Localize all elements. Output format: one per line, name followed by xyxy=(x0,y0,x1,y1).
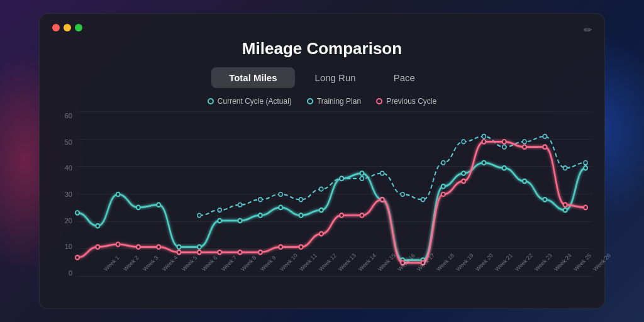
svg-point-55 xyxy=(258,250,262,255)
minimize-button[interactable] xyxy=(64,24,71,31)
chart-legend: Current Cycle (Actual) Training Plan Pre… xyxy=(52,97,592,106)
edit-icon[interactable]: ✏ xyxy=(584,24,592,36)
y-label-0: 0 xyxy=(52,269,72,277)
legend-dot-training xyxy=(307,98,313,104)
legend-training-plan: Training Plan xyxy=(307,97,361,106)
svg-point-57 xyxy=(299,245,303,249)
svg-point-40 xyxy=(482,135,486,139)
svg-point-41 xyxy=(502,145,506,149)
outer-background: ✏ Mileage Comparison Total Miles Long Ru… xyxy=(0,0,644,322)
y-label-50: 50 xyxy=(52,138,72,146)
svg-point-48 xyxy=(116,242,120,247)
svg-point-26 xyxy=(197,213,201,218)
y-label-20: 20 xyxy=(52,217,72,225)
svg-point-35 xyxy=(380,171,384,175)
svg-point-22 xyxy=(523,179,526,184)
svg-point-6 xyxy=(197,245,201,249)
svg-point-69 xyxy=(543,145,547,149)
legend-current-cycle: Current Cycle (Actual) xyxy=(208,97,292,106)
svg-point-28 xyxy=(238,203,242,207)
svg-point-61 xyxy=(380,197,384,202)
svg-point-67 xyxy=(502,140,506,144)
svg-point-9 xyxy=(258,213,262,218)
svg-point-66 xyxy=(482,140,486,144)
app-window: ✏ Mileage Comparison Total Miles Long Ru… xyxy=(39,13,605,309)
svg-point-4 xyxy=(157,203,160,207)
svg-point-64 xyxy=(441,192,445,197)
svg-point-25 xyxy=(584,166,587,170)
svg-point-36 xyxy=(401,192,404,197)
svg-point-11 xyxy=(299,213,303,218)
y-label-30: 30 xyxy=(52,191,72,198)
y-label-10: 10 xyxy=(52,243,72,250)
legend-dot-current xyxy=(208,98,214,104)
svg-point-21 xyxy=(502,166,506,170)
legend-label-training: Training Plan xyxy=(317,97,361,106)
svg-point-0 xyxy=(75,211,79,215)
svg-point-3 xyxy=(136,206,140,210)
svg-point-23 xyxy=(543,197,547,202)
svg-point-34 xyxy=(360,177,364,181)
svg-point-24 xyxy=(564,208,567,213)
legend-label-current: Current Cycle (Actual) xyxy=(218,97,292,106)
svg-point-31 xyxy=(299,197,303,202)
svg-point-44 xyxy=(564,166,567,170)
svg-point-12 xyxy=(319,208,323,213)
tab-bar: Total Miles Long Run Pace xyxy=(52,67,592,88)
y-label-40: 40 xyxy=(52,164,72,172)
svg-point-18 xyxy=(441,184,445,189)
svg-point-10 xyxy=(279,206,282,210)
svg-point-60 xyxy=(360,213,364,218)
maximize-button[interactable] xyxy=(75,24,82,31)
svg-point-47 xyxy=(96,245,99,249)
chart-container: 0 10 20 30 40 50 60 xyxy=(52,112,592,296)
svg-point-65 xyxy=(462,179,465,184)
y-label-60: 60 xyxy=(52,112,72,119)
svg-point-37 xyxy=(421,197,425,202)
svg-point-29 xyxy=(258,197,262,202)
svg-point-58 xyxy=(319,231,323,236)
legend-label-previous: Previous Cycle xyxy=(386,97,436,106)
tab-long-run[interactable]: Long Run xyxy=(297,67,374,88)
svg-point-49 xyxy=(136,245,140,249)
svg-point-59 xyxy=(340,213,343,218)
svg-point-27 xyxy=(218,208,221,213)
svg-point-2 xyxy=(116,192,120,197)
svg-point-42 xyxy=(523,140,526,144)
svg-point-1 xyxy=(96,224,99,228)
svg-point-39 xyxy=(462,140,465,144)
traffic-lights xyxy=(52,24,82,31)
svg-point-54 xyxy=(238,250,242,255)
svg-point-68 xyxy=(523,145,526,149)
legend-previous-cycle: Previous Cycle xyxy=(376,97,436,106)
y-axis: 0 10 20 30 40 50 60 xyxy=(52,112,72,277)
svg-point-70 xyxy=(564,203,567,207)
page-title: Mileage Comparison xyxy=(52,39,592,58)
svg-point-46 xyxy=(75,255,79,260)
svg-point-14 xyxy=(360,171,364,175)
svg-point-19 xyxy=(462,171,465,175)
svg-point-20 xyxy=(482,161,486,165)
chart-svg xyxy=(77,112,592,277)
svg-point-32 xyxy=(319,187,323,191)
svg-point-71 xyxy=(584,206,587,210)
legend-dot-previous xyxy=(376,98,382,104)
svg-point-38 xyxy=(441,161,445,165)
svg-point-50 xyxy=(157,245,160,249)
chart-area: Week 1Week 2Week 3Week 4Week 5Week 6Week… xyxy=(77,112,592,277)
svg-point-8 xyxy=(238,219,242,223)
tab-total-miles[interactable]: Total Miles xyxy=(211,67,294,88)
svg-point-53 xyxy=(218,250,221,255)
svg-point-45 xyxy=(584,161,587,165)
svg-point-30 xyxy=(279,192,282,197)
svg-point-43 xyxy=(543,135,547,139)
x-axis-labels: Week 1Week 2Week 3Week 4Week 5Week 6Week… xyxy=(103,258,592,277)
svg-point-51 xyxy=(177,250,181,255)
svg-point-33 xyxy=(340,177,343,181)
svg-point-7 xyxy=(218,219,221,223)
x-label-26: Week 26 xyxy=(592,252,612,272)
tab-pace[interactable]: Pace xyxy=(376,67,433,88)
svg-point-52 xyxy=(197,250,201,255)
svg-point-56 xyxy=(279,245,282,249)
close-button[interactable] xyxy=(52,24,60,31)
